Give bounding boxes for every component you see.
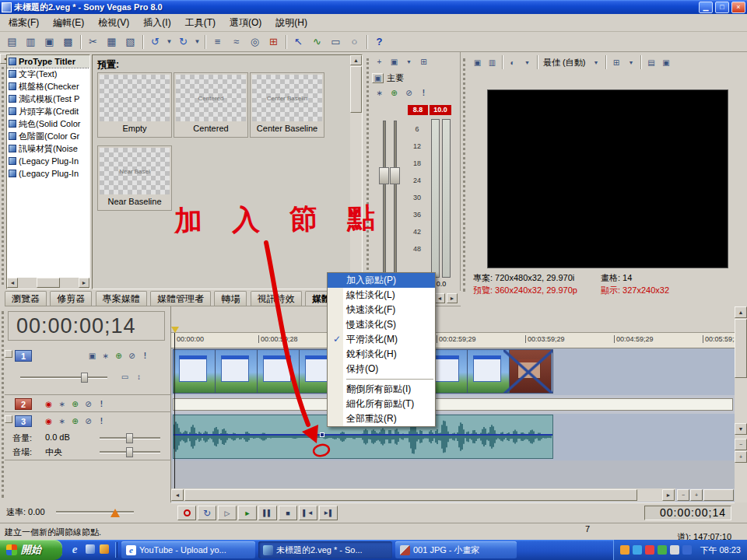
preview-quality-select[interactable]: 最佳 (自動) bbox=[540, 57, 588, 68]
track-level-handle[interactable] bbox=[81, 373, 88, 383]
split-screen-dropdown-icon[interactable]: ▼ bbox=[520, 56, 535, 69]
stop-icon[interactable]: ■ bbox=[279, 506, 297, 520]
track-header-1[interactable]: 1 ▣ ∗ ⊕ ⊘ ! ▭ ↕ bbox=[5, 348, 171, 395]
generator-item[interactable]: 測試模板(Test P bbox=[7, 93, 89, 105]
track-minimize-icon[interactable] bbox=[5, 415, 12, 423]
restore-button[interactable]: □ bbox=[715, 2, 729, 13]
make-compositing-child-icon[interactable]: ↕ bbox=[132, 371, 146, 383]
zoom-edit-tool-icon[interactable]: ○ bbox=[345, 33, 363, 51]
cursor-marker-icon[interactable] bbox=[171, 327, 179, 333]
new-project-icon[interactable]: ▤ bbox=[3, 33, 21, 51]
track-number-badge[interactable]: 3 bbox=[15, 415, 32, 427]
tab-media-manager[interactable]: 媒體管理者 bbox=[150, 291, 211, 306]
preview-grip[interactable] bbox=[463, 58, 465, 292]
zoom-out-time-icon[interactable]: − bbox=[677, 489, 689, 501]
event-fade-curves[interactable] bbox=[503, 350, 553, 394]
tab-scroll-right-icon[interactable]: ► bbox=[447, 293, 458, 303]
menu-item-reset-all[interactable]: 全部重設(R) bbox=[328, 411, 435, 426]
preset-cell[interactable]: Near Basel Near Baseline bbox=[97, 145, 172, 211]
menu-item-add-point[interactable]: 加入節點(P) bbox=[328, 273, 435, 288]
bus-solo-icon[interactable]: ! bbox=[416, 86, 431, 100]
preset-thumbnail[interactable]: Near Basel bbox=[100, 148, 170, 194]
master-fader-right[interactable] bbox=[390, 167, 400, 184]
zoom-in-time-icon[interactable]: + bbox=[690, 489, 703, 501]
volume-envelope-line[interactable] bbox=[174, 434, 552, 436]
solo-icon[interactable]: ! bbox=[95, 398, 108, 410]
track-motion-icon[interactable]: ▣ bbox=[86, 350, 99, 362]
scroll-right-icon[interactable]: ► bbox=[662, 489, 675, 501]
envelope-edit-tool-icon[interactable]: ∿ bbox=[308, 33, 326, 51]
task-button-vegas[interactable]: 未標題的2.veg * - So... bbox=[258, 541, 392, 558]
record-arm-icon[interactable]: ◉ bbox=[42, 398, 55, 410]
track-level-slider[interactable] bbox=[20, 376, 107, 379]
start-button[interactable]: 開始 bbox=[0, 540, 62, 560]
close-button[interactable]: × bbox=[731, 2, 745, 13]
project-video-properties-icon[interactable]: ▣ bbox=[470, 56, 485, 69]
generator-item[interactable]: 文字(Text) bbox=[7, 68, 89, 80]
tray-volume-icon[interactable] bbox=[670, 545, 679, 555]
cut-icon[interactable]: ✂ bbox=[84, 33, 102, 51]
mute-icon[interactable]: ⊘ bbox=[125, 350, 139, 362]
play-icon[interactable]: ► bbox=[238, 506, 257, 520]
menu-edit[interactable]: 編輯(E) bbox=[46, 14, 91, 32]
tab-video-fx[interactable]: 視訊特效 bbox=[251, 291, 302, 306]
copy-icon[interactable]: ▦ bbox=[103, 33, 121, 51]
bus-minimize-icon[interactable]: ▣ bbox=[372, 73, 384, 83]
zoom-out-track-height-icon[interactable]: − bbox=[735, 439, 747, 450]
record-arm-icon[interactable]: ◉ bbox=[42, 415, 55, 427]
generator-item[interactable]: 棋盤格(Checker bbox=[7, 80, 89, 93]
task-button-ie[interactable]: e YouTube - Upload yo... bbox=[121, 541, 255, 558]
mute-icon[interactable]: ⊘ bbox=[82, 415, 95, 427]
tray-update-icon[interactable] bbox=[620, 545, 630, 555]
menu-help[interactable]: 說明(H) bbox=[268, 14, 314, 32]
open-project-icon[interactable]: ▥ bbox=[22, 33, 40, 51]
scroll-left-icon[interactable]: ◄ bbox=[7, 278, 18, 288]
scroll-thumb[interactable] bbox=[350, 66, 362, 113]
bus-mute-icon[interactable]: ⊘ bbox=[402, 86, 416, 100]
redo-icon[interactable]: ↻ bbox=[174, 33, 192, 51]
scroll-right-icon[interactable]: ► bbox=[79, 278, 89, 288]
generator-item[interactable]: (Legacy Plug-In bbox=[7, 167, 89, 180]
scroll-thumb[interactable] bbox=[184, 489, 637, 501]
scroll-left-icon[interactable]: ◄ bbox=[171, 489, 184, 501]
automation-settings-icon[interactable]: ⊕ bbox=[68, 398, 82, 410]
scroll-up-icon[interactable]: ▲ bbox=[735, 306, 747, 318]
track-number-badge[interactable]: 1 bbox=[15, 350, 32, 362]
menu-item-sharp-fade[interactable]: 銳利淡化(H) bbox=[328, 347, 435, 362]
auto-ripple-icon[interactable]: ≈ bbox=[227, 33, 245, 51]
menu-item-linear-fade[interactable]: 線性淡化(L) bbox=[328, 288, 435, 303]
track-fx-icon[interactable]: ∗ bbox=[55, 415, 68, 427]
solo-icon[interactable]: ! bbox=[139, 350, 152, 362]
transport-timecode-display[interactable]: 00:00:00;14 bbox=[644, 506, 731, 520]
dock-grip[interactable] bbox=[2, 67, 4, 285]
tab-scroll-left-icon[interactable]: ◄ bbox=[434, 293, 445, 303]
track-area-grip[interactable] bbox=[2, 311, 4, 498]
time-ruler[interactable]: 00:00:00 00:00:59;28 00:01:59;29 00:02:5… bbox=[171, 333, 735, 348]
menu-insert[interactable]: 插入(I) bbox=[136, 14, 177, 32]
preset-cell[interactable]: Center Baselin Center Baseline bbox=[250, 72, 324, 138]
menu-tools[interactable]: 工具(T) bbox=[178, 14, 223, 32]
launch-media-player-icon[interactable] bbox=[100, 544, 109, 554]
mute-icon[interactable]: ⊘ bbox=[82, 398, 95, 410]
menu-item-slow-fade[interactable]: 慢速淡化(S) bbox=[328, 317, 435, 332]
automation-settings-icon[interactable]: ⊕ bbox=[68, 415, 82, 427]
redo-dropdown-icon[interactable]: ▼ bbox=[193, 33, 202, 51]
loop-playback-icon[interactable]: ↻ bbox=[198, 506, 216, 520]
preview-on-external-monitor-icon[interactable]: ▥ bbox=[485, 56, 500, 69]
generator-item[interactable]: 純色(Solid Color bbox=[7, 117, 89, 130]
menu-item-flip-all-points[interactable]: 翻倒所有節點(I) bbox=[328, 382, 435, 397]
undo-icon[interactable]: ↺ bbox=[146, 33, 164, 51]
ignore-event-grouping-icon[interactable]: ⊞ bbox=[265, 33, 282, 51]
undo-dropdown-icon[interactable]: ▼ bbox=[165, 33, 174, 51]
mixer-properties-icon[interactable]: ⊞ bbox=[416, 55, 431, 68]
timeline-hscrollbar[interactable]: ◄ ► bbox=[171, 488, 675, 502]
tray-shield-icon[interactable] bbox=[658, 545, 667, 555]
timeline-canvas[interactable]: 00:00:00 00:00:59;28 00:01:59;29 00:02:5… bbox=[171, 306, 735, 502]
track-number-badge[interactable]: 2 bbox=[15, 398, 32, 410]
generator-item[interactable]: (Legacy Plug-In bbox=[7, 155, 89, 167]
track-minimize-icon[interactable] bbox=[5, 350, 12, 358]
tray-ime-icon[interactable] bbox=[682, 545, 692, 555]
rate-marker-icon[interactable] bbox=[110, 509, 120, 517]
scroll-down-icon[interactable]: ▼ bbox=[735, 423, 747, 435]
tab-trimmer[interactable]: 修剪器 bbox=[50, 291, 92, 306]
